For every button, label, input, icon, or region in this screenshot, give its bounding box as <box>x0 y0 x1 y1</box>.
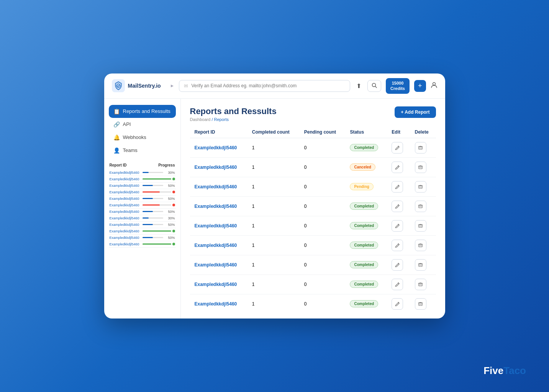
email-search-input[interactable] <box>191 83 345 88</box>
delete-button[interactable] <box>415 240 426 251</box>
progress-bar-bg <box>143 243 171 245</box>
trash-icon <box>418 282 423 287</box>
progress-dot <box>172 191 175 193</box>
cell-pending: 0 <box>300 255 346 274</box>
svg-rect-25 <box>419 244 422 247</box>
progress-report-id: Exampledkkdjl5460 <box>110 223 140 227</box>
report-id-link[interactable]: Exampledkkdjl5460 <box>195 243 237 248</box>
user-button[interactable] <box>431 82 438 90</box>
progress-report-id: Exampledkkdjl5460 <box>110 229 140 233</box>
cell-edit <box>387 255 410 274</box>
report-id-link[interactable]: Exampledkkdjl5460 <box>195 223 237 229</box>
progress-row: Exampledkkdjl5460 50% <box>109 183 176 189</box>
sidebar-progress-panel: Report ID Progress Exampledkkdjl5460 30%… <box>109 163 176 248</box>
cell-pending: 0 <box>300 235 346 255</box>
edit-button[interactable] <box>392 142 403 154</box>
upload-button[interactable]: ⬆ <box>355 81 363 91</box>
sidebar-item-teams[interactable]: 👤Teams <box>109 144 176 157</box>
progress-bar-fill <box>143 211 153 212</box>
credits-button[interactable]: 15000 Credits <box>386 78 410 94</box>
table-body: Exampledkkdjl5460 1 0 Completed <box>190 138 436 311</box>
email-search-bar[interactable]: ✉ <box>179 80 350 92</box>
cell-status: Completed <box>345 138 387 157</box>
sidebar-icon-teams: 👤 <box>113 147 120 154</box>
add-report-button[interactable]: + Add Report <box>395 106 436 118</box>
progress-bar-wrap: 50% <box>143 223 175 227</box>
status-badge: Completed <box>350 300 378 307</box>
brand-part1: Five <box>483 365 503 376</box>
trash-icon <box>418 145 423 150</box>
delete-button[interactable] <box>415 220 426 232</box>
sidebar-item-reports[interactable]: 📋Reports and Ressults <box>109 105 176 118</box>
cell-completed: 1 <box>247 255 300 274</box>
sidebar-item-api[interactable]: 🔗API <box>109 118 176 131</box>
cell-completed: 1 <box>247 196 300 216</box>
edit-button[interactable] <box>392 201 403 212</box>
page-title: Reports and Ressults <box>190 106 277 116</box>
edit-button[interactable] <box>392 220 403 232</box>
cell-edit <box>387 196 410 216</box>
edit-button[interactable] <box>392 259 403 271</box>
cell-status: Completed <box>345 235 387 255</box>
main-content: Reports and Ressults Dashboard / Reports… <box>181 99 445 318</box>
report-table-wrapper: Report ID Completed count Pending count … <box>190 126 436 311</box>
status-badge: Canceled <box>350 163 375 171</box>
breadcrumb: Dashboard / Reports <box>190 117 277 122</box>
cell-pending: 0 <box>300 157 346 177</box>
report-id-link[interactable]: Exampledkkdjl5460 <box>195 204 237 209</box>
edit-button[interactable] <box>392 240 403 251</box>
edit-button[interactable] <box>392 181 403 193</box>
brand-part2: Taco <box>503 365 526 376</box>
cell-report-id: Exampledkkdjl5460 <box>190 177 247 196</box>
cell-status: Completed <box>345 255 387 274</box>
trash-icon <box>418 165 423 170</box>
search-button[interactable] <box>367 80 381 92</box>
table-header-row: Report ID Completed count Pending count … <box>190 126 436 138</box>
breadcrumb-home[interactable]: Dashboard <box>190 117 211 122</box>
cell-delete <box>410 294 436 311</box>
progress-bar-bg <box>143 172 163 173</box>
svg-line-3 <box>375 86 377 88</box>
report-id-link[interactable]: Exampledkkdjl5460 <box>195 184 237 189</box>
outer-wrapper: MailSentry.io ► ✉ ⬆ 15000 Credits + <box>0 0 549 392</box>
table-row: Exampledkkdjl5460 1 0 Pending <box>190 177 436 196</box>
cell-report-id: Exampledkkdjl5460 <box>190 196 247 216</box>
cell-edit <box>387 138 410 157</box>
trash-icon <box>418 301 423 306</box>
delete-button[interactable] <box>415 201 426 212</box>
delete-button[interactable] <box>415 259 426 271</box>
progress-row: Exampledkkdjl5460 50% <box>109 235 176 241</box>
report-id-link[interactable]: Exampledkkdjl5460 <box>195 301 237 307</box>
progress-pct: 50% <box>164 184 175 188</box>
edit-button[interactable] <box>392 298 403 310</box>
progress-row: Exampledkkdjl5460 50% <box>109 209 176 215</box>
cell-status: Canceled <box>345 157 387 177</box>
table-row: Exampledkkdjl5460 1 0 Completed <box>190 294 436 311</box>
edit-button[interactable] <box>392 279 403 290</box>
nav-collapse-arrow[interactable]: ► <box>170 83 175 88</box>
progress-report-id: Exampledkkdjl5460 <box>110 177 140 181</box>
delete-button[interactable] <box>415 298 426 310</box>
report-id-link[interactable]: Exampledkkdjl5460 <box>195 262 237 268</box>
delete-button[interactable] <box>415 181 426 193</box>
edit-button[interactable] <box>392 162 403 173</box>
progress-bar-bg <box>143 217 163 219</box>
progress-bar-fill <box>143 178 171 180</box>
delete-button[interactable] <box>415 279 426 290</box>
delete-button[interactable] <box>415 162 426 173</box>
progress-bar-bg <box>143 185 163 186</box>
progress-bar-fill <box>143 217 149 219</box>
report-id-link[interactable]: Exampledkkdjl5460 <box>195 282 237 287</box>
sidebar-icon-api: 🔗 <box>113 121 120 127</box>
delete-button[interactable] <box>415 142 426 154</box>
cell-edit <box>387 294 410 311</box>
report-id-link[interactable]: Exampledkkdjl5460 <box>195 165 237 170</box>
add-button[interactable]: + <box>414 80 426 92</box>
sidebar-item-webhooks[interactable]: 🔔Webhooks <box>109 131 176 144</box>
progress-table-header: Report ID Progress <box>109 163 176 167</box>
progress-bar-wrap <box>143 230 175 232</box>
progress-pct: 50% <box>164 236 175 240</box>
report-id-link[interactable]: Exampledkkdjl5460 <box>195 145 237 150</box>
progress-row: Exampledkkdjl5460 <box>109 241 176 248</box>
progress-row: Exampledkkdjl5460 <box>109 202 176 209</box>
